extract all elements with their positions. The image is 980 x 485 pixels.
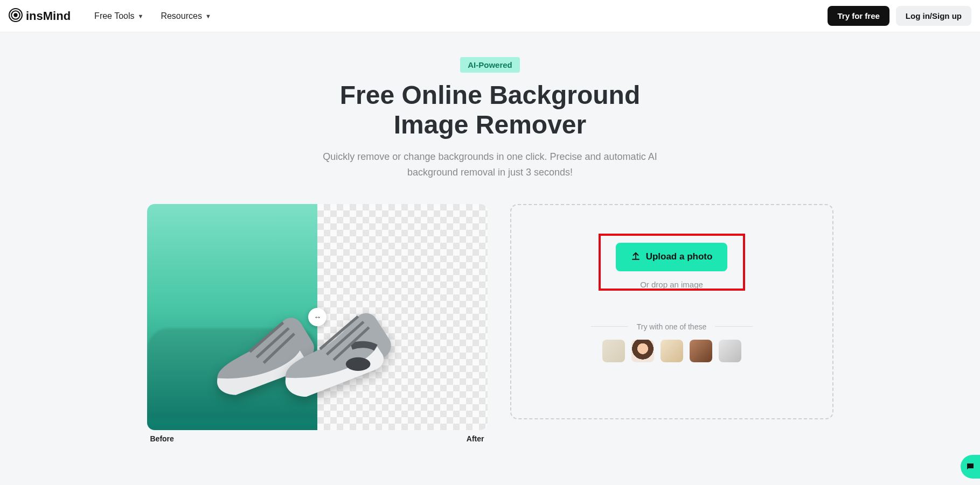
after-label: After <box>467 434 484 443</box>
try-for-free-button[interactable]: Try for free <box>828 6 889 26</box>
upload-dropzone[interactable]: Upload a photo Or drop an image Try with… <box>510 204 833 419</box>
svg-point-3 <box>346 357 371 371</box>
brand-logo[interactable]: insMind <box>9 8 71 24</box>
svg-point-2 <box>13 13 17 17</box>
login-signup-button[interactable]: Log in/Sign up <box>896 6 971 26</box>
before-after-compare: ↔ Before After <box>147 204 488 443</box>
compare-slider-handle[interactable]: ↔ <box>308 308 326 326</box>
nav-resources-label: Resources <box>161 11 201 21</box>
page-title: Free Online Background Image Remover <box>11 80 969 139</box>
nav-free-tools[interactable]: Free Tools ▼ <box>94 11 143 21</box>
ai-powered-badge: AI-Powered <box>460 57 520 73</box>
sample-image-5[interactable] <box>719 340 741 362</box>
drop-image-text: Or drop an image <box>527 280 816 289</box>
before-label: Before <box>150 434 174 443</box>
sample-image-1[interactable] <box>602 340 625 362</box>
shoe-image-after <box>276 299 440 417</box>
upload-button-label: Upload a photo <box>646 251 713 262</box>
header: insMind Free Tools ▼ Resources ▼ Try for… <box>0 0 980 32</box>
compare-labels: Before After <box>147 434 488 443</box>
sample-image-4[interactable] <box>690 340 712 362</box>
nav-resources[interactable]: Resources ▼ <box>161 11 211 21</box>
brand-name: insMind <box>26 9 71 23</box>
slider-arrows-icon: ↔ <box>314 313 321 321</box>
upload-photo-button[interactable]: Upload a photo <box>616 243 728 271</box>
page-subtitle: Quickly remove or change backgrounds in … <box>318 149 663 180</box>
main-nav: Free Tools ▼ Resources ▼ <box>94 11 211 21</box>
sample-images-row <box>527 340 816 362</box>
hero: AI-Powered Free Online Background Image … <box>0 32 980 196</box>
sample-image-3[interactable] <box>661 340 683 362</box>
content-row: ↔ Before After Upload a photo Or drop an… <box>0 196 980 443</box>
chevron-down-icon: ▼ <box>138 13 144 19</box>
title-line-1: Free Online Background <box>340 81 640 109</box>
try-divider: Try with one of these <box>591 322 753 331</box>
compare-box[interactable]: ↔ <box>147 204 488 430</box>
title-line-2: Image Remover <box>394 110 587 139</box>
nav-free-tools-label: Free Tools <box>94 11 134 21</box>
brand-logo-icon <box>9 8 23 24</box>
chevron-down-icon: ▼ <box>205 13 211 19</box>
sample-image-2[interactable] <box>631 340 654 362</box>
upload-icon <box>631 251 641 263</box>
try-with-text: Try with one of these <box>637 322 706 331</box>
